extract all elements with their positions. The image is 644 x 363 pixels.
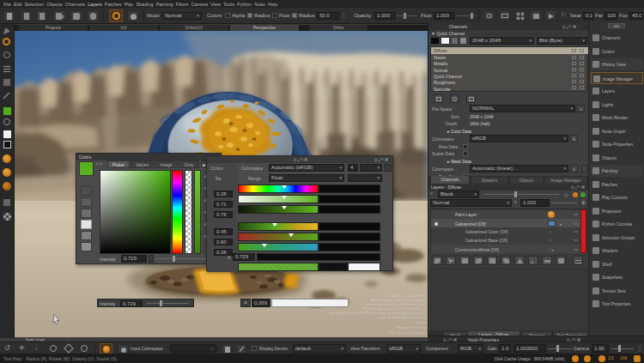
svg-text:at hdri: at hdri — [416, 320, 426, 324]
svg-text:Full video at mari.ideas: Full video at mari.ideas — [389, 330, 426, 335]
svg-text:Timelapse Painting: Timelapse Painting — [396, 325, 427, 330]
svg-text:www.openfootage.net alcohol: www.openfootage.net alcohol — [379, 315, 426, 319]
